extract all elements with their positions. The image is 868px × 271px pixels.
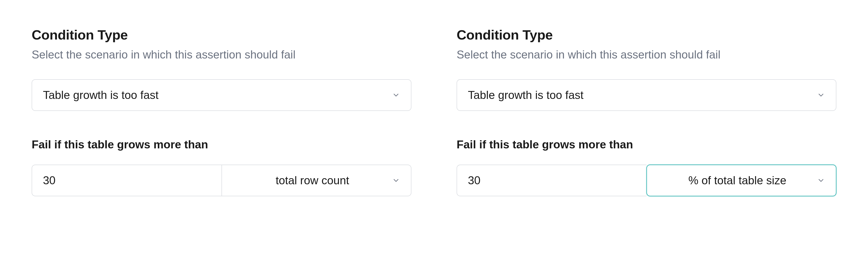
threshold-input-row: % of total table size: [457, 165, 836, 196]
threshold-value-input[interactable]: [457, 165, 647, 196]
condition-type-title: Condition Type: [32, 27, 411, 43]
chevron-down-icon: [392, 176, 400, 184]
condition-type-selected-value: Table growth is too fast: [468, 89, 583, 102]
chevron-down-icon: [817, 176, 825, 184]
condition-type-select[interactable]: Table growth is too fast: [32, 79, 411, 111]
condition-type-selected-value: Table growth is too fast: [43, 89, 158, 102]
assertion-config-panel-left: Condition Type Select the scenario in wh…: [32, 27, 411, 196]
threshold-label: Fail if this table grows more than: [32, 138, 411, 151]
condition-type-select[interactable]: Table growth is too fast: [457, 79, 836, 111]
threshold-label: Fail if this table grows more than: [457, 138, 836, 151]
threshold-unit-select[interactable]: % of total table size: [647, 165, 836, 196]
chevron-down-icon: [817, 91, 825, 99]
threshold-unit-select[interactable]: total row count: [221, 165, 411, 196]
condition-type-title: Condition Type: [457, 27, 836, 43]
threshold-input-row: total row count: [32, 165, 411, 196]
threshold-unit-selected-value: total row count: [233, 174, 392, 187]
condition-type-description: Select the scenario in which this assert…: [32, 48, 411, 61]
threshold-unit-selected-value: % of total table size: [658, 174, 817, 187]
condition-type-description: Select the scenario in which this assert…: [457, 48, 836, 61]
chevron-down-icon: [392, 91, 400, 99]
assertion-config-panel-right: Condition Type Select the scenario in wh…: [457, 27, 836, 196]
threshold-value-input[interactable]: [32, 165, 221, 196]
